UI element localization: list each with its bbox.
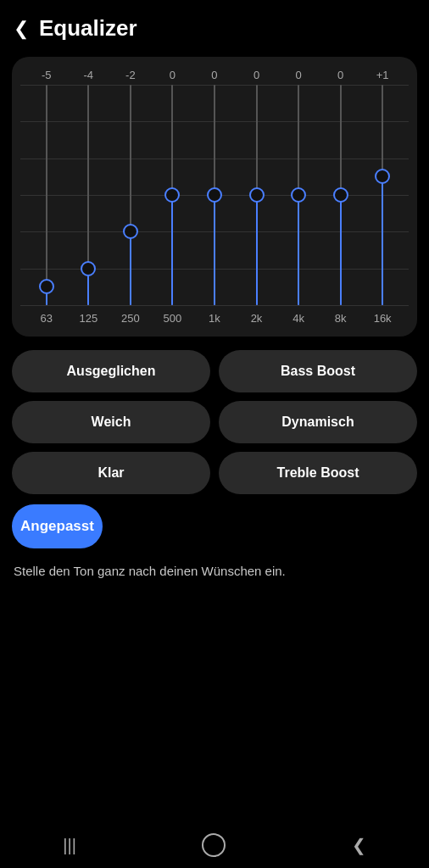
eq-slider-col[interactable] <box>30 85 64 305</box>
eq-labels-row: 631252505001k2k4k8k16k <box>20 305 409 325</box>
slider-thumb[interactable] <box>249 187 265 203</box>
eq-band-value: 0 <box>198 69 231 81</box>
eq-band-label: 4k <box>281 312 315 325</box>
eq-sliders-area[interactable] <box>20 85 409 305</box>
preset-button-ausgeglichen[interactable]: Ausgeglichen <box>12 350 210 392</box>
eq-band-label: 250 <box>114 312 148 325</box>
eq-slider-col[interactable] <box>71 85 105 305</box>
preset-button-dynamisch[interactable]: Dynamisch <box>219 401 417 443</box>
preset-button-bass-boost[interactable]: Bass Boost <box>219 350 417 392</box>
description-text: Stelle den Ton ganz nach deinen Wünschen… <box>0 560 429 598</box>
eq-slider-col[interactable] <box>155 85 189 305</box>
nav-bar: ||| ❮ <box>0 822 429 868</box>
back-button[interactable]: ❮ <box>14 18 29 40</box>
eq-band-label: 1k <box>198 312 231 325</box>
eq-band-label: 125 <box>71 312 105 325</box>
preset-button-klar[interactable]: Klar <box>12 452 210 494</box>
preset-button-weich[interactable]: Weich <box>12 401 210 443</box>
eq-slider-col[interactable] <box>281 85 315 305</box>
slider-thumb[interactable] <box>207 187 222 203</box>
eq-band-value: 0 <box>155 69 189 81</box>
eq-band-value: 0 <box>324 69 358 81</box>
slider-fill <box>298 195 299 305</box>
slider-thumb[interactable] <box>291 187 306 203</box>
eq-band-label: 16k <box>365 312 399 325</box>
slider-thumb[interactable] <box>81 261 96 276</box>
active-preset-button[interactable]: Angepasst <box>12 504 103 548</box>
slider-fill <box>340 195 342 305</box>
slider-thumb[interactable] <box>164 187 180 203</box>
page-title: Equalizer <box>39 15 137 42</box>
eq-band-value: 0 <box>240 69 274 81</box>
slider-thumb[interactable] <box>123 224 138 239</box>
eq-band-label: 8k <box>324 312 358 325</box>
eq-slider-col[interactable] <box>365 85 399 305</box>
eq-band-value: -2 <box>114 69 148 81</box>
slider-fill <box>382 176 383 305</box>
eq-slider-col[interactable] <box>198 85 231 305</box>
eq-band-value: -4 <box>71 69 105 81</box>
eq-band-label: 2k <box>240 312 274 325</box>
slider-fill <box>256 195 258 305</box>
presets-grid: AusgeglichenBass BoostWeichDynamischKlar… <box>0 350 429 494</box>
home-icon[interactable] <box>202 833 226 857</box>
slider-thumb[interactable] <box>39 279 54 294</box>
eq-band-value: 0 <box>281 69 315 81</box>
eq-slider-col[interactable] <box>114 85 148 305</box>
slider-fill <box>214 195 215 305</box>
eq-band-label: 63 <box>30 312 64 325</box>
slider-fill <box>130 231 131 305</box>
header: ❮ Equalizer <box>0 0 429 50</box>
equalizer-card: -5-4-200000+1 631252505001k2k4k8k16k <box>12 57 417 337</box>
eq-band-value: -5 <box>30 69 64 81</box>
eq-slider-col[interactable] <box>324 85 358 305</box>
eq-band-label: 500 <box>155 312 189 325</box>
slider-thumb[interactable] <box>375 169 390 184</box>
slider-fill <box>171 195 173 305</box>
back-nav-icon[interactable]: ❮ <box>352 835 366 855</box>
slider-thumb[interactable] <box>333 187 348 203</box>
slider-track <box>46 85 47 305</box>
eq-band-value: +1 <box>365 69 399 81</box>
eq-values-row: -5-4-200000+1 <box>20 69 409 81</box>
preset-button-treble-boost[interactable]: Treble Boost <box>219 452 417 494</box>
menu-icon[interactable]: ||| <box>63 836 76 855</box>
eq-slider-col[interactable] <box>240 85 274 305</box>
